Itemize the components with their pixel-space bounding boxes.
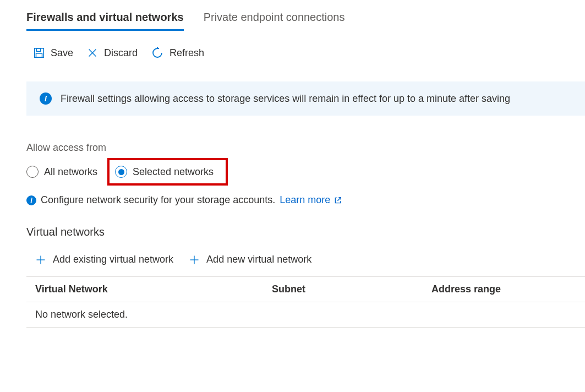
info-banner-text: Firewall settings allowing access to sto… — [61, 93, 510, 105]
network-security-helper: i Configure network security for your st… — [26, 194, 585, 206]
info-icon: i — [26, 195, 36, 205]
col-subnet: Subnet — [272, 284, 431, 295]
plus-icon — [35, 254, 46, 265]
table-empty-row: No network selected. — [26, 302, 585, 328]
add-existing-label: Add existing virtual network — [53, 254, 173, 265]
col-address-range: Address range — [431, 284, 576, 295]
empty-message: No network selected. — [35, 309, 272, 320]
refresh-icon — [151, 46, 164, 59]
tabs: Firewalls and virtual networks Private e… — [26, 11, 585, 31]
learn-more-label: Learn more — [280, 194, 330, 206]
radio-selected-networks[interactable]: Selected networks — [115, 166, 214, 178]
radio-unchecked-icon — [26, 166, 39, 178]
tab-private-endpoints[interactable]: Private endpoint connections — [204, 11, 345, 31]
add-new-vnet-button[interactable]: Add new virtual network — [189, 254, 311, 265]
external-link-icon — [333, 196, 342, 205]
virtual-networks-table: Virtual Network Subnet Address range No … — [26, 276, 585, 328]
tab-firewalls[interactable]: Firewalls and virtual networks — [26, 11, 184, 31]
helper-text: Configure network security for your stor… — [41, 194, 275, 206]
info-banner: i Firewall settings allowing access to s… — [26, 81, 585, 116]
save-icon — [33, 47, 45, 59]
table-header-row: Virtual Network Subnet Address range — [26, 277, 585, 302]
refresh-label: Refresh — [170, 47, 204, 59]
radio-dot-icon — [118, 169, 124, 175]
radio-selected-networks-label: Selected networks — [133, 166, 214, 178]
allow-access-radios: All networks Selected networks — [26, 158, 585, 186]
svg-rect-1 — [36, 48, 40, 52]
allow-access-label: Allow access from — [26, 142, 585, 154]
discard-button[interactable]: Discard — [86, 46, 138, 59]
discard-label: Discard — [104, 47, 138, 59]
radio-all-networks[interactable]: All networks — [26, 166, 97, 178]
col-virtual-network: Virtual Network — [35, 284, 272, 295]
save-label: Save — [51, 47, 73, 59]
add-existing-vnet-button[interactable]: Add existing virtual network — [35, 254, 173, 265]
learn-more-link[interactable]: Learn more — [280, 194, 342, 206]
radio-all-networks-label: All networks — [44, 166, 97, 178]
radio-checked-icon — [115, 166, 127, 178]
save-button[interactable]: Save — [33, 46, 73, 59]
virtual-networks-heading: Virtual networks — [26, 226, 585, 238]
svg-line-5 — [338, 197, 341, 200]
highlight-selected-networks: Selected networks — [107, 158, 228, 186]
virtual-networks-actions: Add existing virtual network Add new vir… — [26, 254, 585, 265]
toolbar: Save Discard Refresh — [26, 46, 585, 59]
plus-icon — [189, 254, 200, 265]
svg-rect-2 — [36, 53, 42, 57]
add-new-label: Add new virtual network — [206, 254, 311, 265]
close-icon — [86, 47, 99, 59]
refresh-button[interactable]: Refresh — [151, 46, 204, 59]
info-icon: i — [40, 92, 52, 105]
